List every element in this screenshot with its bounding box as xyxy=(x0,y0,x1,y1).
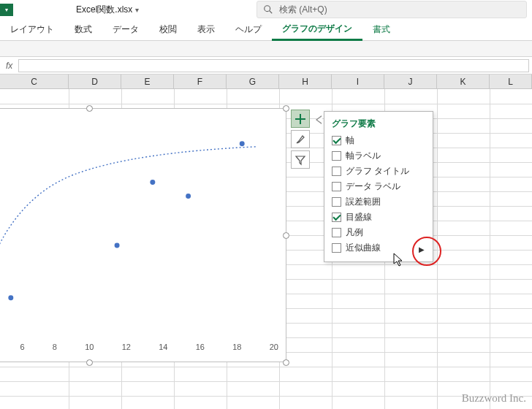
filename[interactable]: Excel関数.xlsx ▾ xyxy=(76,4,139,16)
checkbox-icon[interactable] xyxy=(332,151,341,161)
fx-label[interactable]: fx xyxy=(0,61,18,71)
tab-help[interactable]: ヘルプ xyxy=(225,19,272,40)
tab-data[interactable]: データ xyxy=(102,19,149,40)
col-header[interactable]: H xyxy=(279,74,332,88)
search-placeholder: 検索 (Alt+Q) xyxy=(279,4,327,16)
col-header[interactable]: D xyxy=(69,74,121,88)
svg-point-2 xyxy=(8,295,13,300)
col-header[interactable]: C xyxy=(0,74,69,88)
flyout-option-data-labels[interactable]: データ ラベル xyxy=(332,179,425,194)
flyout-caret-icon xyxy=(316,115,322,124)
tab-review[interactable]: 校閲 xyxy=(149,19,187,40)
chart-plot xyxy=(0,116,278,341)
svg-point-3 xyxy=(115,243,120,248)
checkbox-icon[interactable] xyxy=(332,167,341,176)
col-header[interactable]: L xyxy=(490,74,532,88)
ribbon-tabs: レイアウト 数式 データ 校閲 表示 ヘルプ グラフのデザイン 書式 xyxy=(0,19,532,41)
title-bar: ▾ Excel関数.xlsx ▾ 検索 (Alt+Q) xyxy=(0,0,532,19)
formula-input[interactable] xyxy=(18,59,529,72)
xtick: 18 xyxy=(232,343,241,354)
tab-chart-design[interactable]: グラフのデザイン xyxy=(272,20,362,41)
spreadsheet-grid[interactable]: 4 6 8 10 12 14 16 18 20 グラフ要素 軸 軸ラベル xyxy=(0,89,532,409)
svg-point-5 xyxy=(186,194,191,199)
chart-handle[interactable] xyxy=(86,359,93,366)
tab-view[interactable]: 表示 xyxy=(187,19,225,40)
chart-filters-button[interactable] xyxy=(291,150,310,169)
col-header[interactable]: K xyxy=(437,74,490,88)
xtick: 12 xyxy=(122,343,131,354)
flyout-option-legend[interactable]: 凡例 xyxy=(332,225,425,240)
xtick: 16 xyxy=(196,343,205,354)
checkbox-icon[interactable] xyxy=(332,136,341,145)
chart-floating-buttons xyxy=(291,110,310,169)
checkbox-icon[interactable] xyxy=(332,243,341,253)
svg-point-6 xyxy=(240,141,245,146)
col-header[interactable]: G xyxy=(227,74,279,88)
col-header[interactable]: J xyxy=(384,74,437,88)
filename-caret-icon: ▾ xyxy=(135,6,139,14)
filename-text: Excel関数.xlsx xyxy=(76,4,132,16)
xtick: 14 xyxy=(159,343,167,354)
flyout-expand-button[interactable]: ▶ xyxy=(415,242,428,256)
chart-handle[interactable] xyxy=(86,105,93,112)
xtick: 6 xyxy=(20,343,24,354)
tab-formulas[interactable]: 数式 xyxy=(64,19,102,40)
checkbox-icon[interactable] xyxy=(332,228,341,237)
chart-x-axis: 4 6 8 10 12 14 16 18 20 xyxy=(0,343,278,354)
column-headers: C D E F G H I J K L xyxy=(0,74,532,89)
plus-icon xyxy=(294,113,306,125)
chart-handle[interactable] xyxy=(283,105,289,112)
col-header[interactable]: E xyxy=(121,74,174,88)
flyout-option-axis-labels[interactable]: 軸ラベル xyxy=(332,148,425,164)
tab-layout[interactable]: レイアウト xyxy=(0,19,64,40)
svg-line-1 xyxy=(270,11,273,14)
checkbox-icon[interactable] xyxy=(332,182,341,191)
watermark: Buzzword Inc. xyxy=(462,392,526,405)
chart-handle[interactable] xyxy=(283,232,289,239)
chart-handle[interactable] xyxy=(283,359,289,366)
search-box[interactable]: 検索 (Alt+Q) xyxy=(256,1,527,18)
xtick: 10 xyxy=(85,343,94,354)
flyout-option-trendline[interactable]: 近似曲線 xyxy=(332,240,425,256)
svg-point-0 xyxy=(265,6,270,12)
chart-styles-button[interactable] xyxy=(291,130,310,148)
col-header[interactable]: I xyxy=(332,74,384,88)
checkbox-icon[interactable] xyxy=(332,213,341,222)
xtick: 20 xyxy=(270,343,278,354)
ribbon-toolstrip xyxy=(0,41,532,57)
col-header[interactable]: F xyxy=(174,74,227,88)
tab-format[interactable]: 書式 xyxy=(362,19,400,40)
flyout-option-chart-title[interactable]: グラフ タイトル xyxy=(332,164,425,179)
chart-elements-button[interactable] xyxy=(291,110,310,128)
search-icon xyxy=(263,4,273,15)
flyout-option-error-bars[interactable]: 誤差範囲 xyxy=(332,194,425,210)
funnel-icon xyxy=(294,154,306,166)
formula-bar: fx xyxy=(0,57,532,74)
checkbox-icon[interactable] xyxy=(332,197,341,207)
brush-icon xyxy=(294,134,306,145)
svg-point-4 xyxy=(150,180,155,185)
flyout-title: グラフ要素 xyxy=(332,118,425,130)
flyout-option-gridlines[interactable]: 目盛線 xyxy=(332,210,425,225)
flyout-option-axes[interactable]: 軸 xyxy=(332,133,425,148)
chart-elements-flyout: グラフ要素 軸 軸ラベル グラフ タイトル データ ラベル 誤差範囲 目盛線 凡… xyxy=(324,111,433,262)
quickaccess-dropdown[interactable]: ▾ xyxy=(0,4,13,16)
xtick: 8 xyxy=(53,343,57,354)
chart-object[interactable]: 4 6 8 10 12 14 16 18 20 xyxy=(0,108,286,362)
